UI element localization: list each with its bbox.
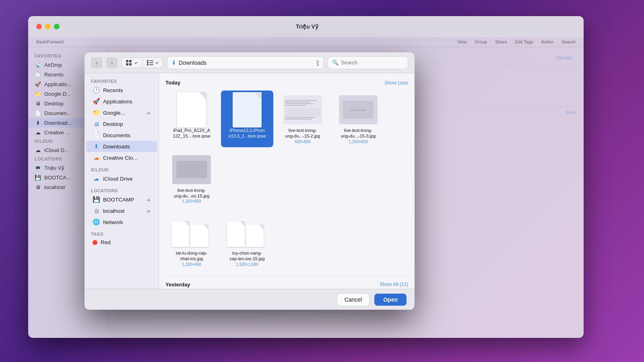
cancel-button[interactable]: Cancel <box>337 293 370 306</box>
location-folder-icon: ⬇ <box>171 60 176 66</box>
today-label: Today <box>165 80 180 86</box>
file-ipad-pro-ipsw[interactable]: iPad_Pro_A12X_A12Z_15....tore.ipsw <box>165 90 218 147</box>
sidebar-item-documents[interactable]: 📄 Documents <box>86 130 157 141</box>
tat-tu-dong-filename: tat-tu-dong-cap-nhat-ios.jpg <box>176 250 207 262</box>
bootcamp-eject-icon[interactable]: ⏏ <box>147 197 151 202</box>
search-bar[interactable]: 🔍 <box>328 56 408 69</box>
svg-rect-3 <box>129 63 132 66</box>
red-tag-label: Red <box>101 239 111 245</box>
sidebar-item-google-drive[interactable]: 📁 Google... ⏏ <box>86 107 157 118</box>
svg-rect-2 <box>126 63 128 66</box>
localhost-eject-icon[interactable]: ⏏ <box>147 208 151 214</box>
network-label: Network <box>103 219 123 225</box>
svg-rect-0 <box>126 60 128 62</box>
icloud-drive-icon: ☁ <box>93 175 100 182</box>
svg-rect-1 <box>129 60 132 62</box>
show-less-button[interactable]: Show Less <box>384 80 408 86</box>
files-grid-today-row2: tat-tu-dong-cap-nhat-ios.jpg 1,200×460 t… <box>165 213 408 270</box>
yesterday-section-header: Yesterday Show All (12) <box>165 276 408 288</box>
show-all-button[interactable]: Show All (12) <box>380 282 408 287</box>
creative-cloud-icon: ☁ <box>93 154 100 161</box>
svg-rect-8 <box>147 64 149 66</box>
file-iphone-ipsw[interactable]: iPhone13,2,iPhone13,3_1...tore.ipsw <box>221 90 273 147</box>
sidebar-item-creative-cloud[interactable]: ☁ Creative Clo... <box>86 152 157 163</box>
downloads-icon: ⬇ <box>93 143 100 150</box>
svg-rect-9 <box>149 64 153 65</box>
dialog-bottom: Cancel Open <box>85 289 415 310</box>
icon-view-button[interactable] <box>122 58 142 68</box>
dialog-overlay: ‹ › ⬇ Downloads <box>0 0 644 362</box>
localhost-label: localhost <box>103 208 124 214</box>
svg-rect-4 <box>147 60 149 62</box>
dialog-sidebar: Favorites 🕐 Recents 🚀 Applications 📁 Goo… <box>85 73 159 289</box>
open-button[interactable]: Open <box>374 294 407 306</box>
creative-cloud-label: Creative Clo... <box>103 155 138 161</box>
desktop-icon: 🖥 <box>93 120 100 128</box>
ipad-pro-filename: iPad_Pro_A12X_A12Z_15....tore.ipsw <box>173 128 211 139</box>
search-input[interactable] <box>341 60 404 66</box>
today-section-header: Today Show Less <box>165 80 408 86</box>
svg-rect-5 <box>149 60 153 61</box>
google-drive-icon: 📁 <box>93 109 100 116</box>
recents-icon: 🕐 <box>93 86 100 94</box>
back-button[interactable]: ‹ <box>91 57 102 68</box>
sidebar-item-network[interactable]: 🌐 Network <box>86 216 157 228</box>
live-text-2-dims: 600×859 <box>295 140 310 144</box>
live-text-os15-dims: 1,200×859 <box>182 199 201 204</box>
dialog-content: Today Show Less iPad_Pro_A12X_A12Z_15...… <box>159 73 415 289</box>
recents-label: Recents <box>103 87 123 93</box>
google-drive-label: Google... <box>103 110 125 116</box>
view-toggle <box>122 58 163 68</box>
forward-button[interactable]: › <box>106 57 118 68</box>
icloud-drive-label: iCloud Drive <box>103 176 133 182</box>
dialog-toolbar: ‹ › ⬇ Downloads <box>85 52 415 73</box>
sidebar-item-applications[interactable]: 🚀 Applications <box>86 96 157 107</box>
live-text-2-filename: live-text-trong-ung-du...-15-2.jpg <box>285 128 320 139</box>
svg-rect-7 <box>149 62 153 63</box>
files-grid-today: iPad_Pro_A12X_A12Z_15....tore.ipsw iPhon… <box>165 90 408 207</box>
sidebar-item-bootcamp[interactable]: 💾 BOOTCAMP ⏏ <box>86 194 157 205</box>
location-bar[interactable]: ⬇ Downloads <box>167 56 324 69</box>
tat-tu-dong-dims: 1,200×460 <box>182 262 201 267</box>
google-drive-eject-icon[interactable]: ⏏ <box>147 110 151 115</box>
bootcamp-label: BOOTCAMP <box>103 197 134 203</box>
sidebar-item-recents[interactable]: 🕐 Recents <box>86 84 157 96</box>
file-live-text-3[interactable]: screenshot live-text-trong-ung-du...-15-… <box>332 90 384 147</box>
applications-label: Applications <box>103 99 132 105</box>
sidebar-item-downloads[interactable]: ⬇ Downloads <box>86 141 157 152</box>
file-live-text-os15[interactable]: live-text-trong-ung-du...os-15.jpg 1,200… <box>165 150 218 207</box>
list-view-button[interactable] <box>142 58 163 68</box>
documents-icon: 📄 <box>93 132 100 139</box>
dialog-body: Favorites 🕐 Recents 🚀 Applications 📁 Goo… <box>85 73 415 289</box>
favorites-label: Favorites <box>85 76 159 84</box>
sidebar-item-red-tag[interactable]: Red <box>86 237 157 247</box>
downloads-label: Downloads <box>103 144 130 150</box>
live-text-3-dims: 1,200×859 <box>349 140 368 144</box>
sidebar-item-icloud-drive[interactable]: ☁ iCloud Drive <box>86 173 157 184</box>
red-tag-icon <box>93 240 97 245</box>
file-live-text-2[interactable]: live-text-trong-ung-du...-15-2.jpg 600×8… <box>277 90 329 147</box>
location-text: Downloads <box>179 60 312 66</box>
tuy-chon-dims: 1,920×1,080 <box>236 262 258 267</box>
location-chevrons-icon <box>314 60 319 66</box>
sidebar-item-localhost[interactable]: 🖥 localhost ⏏ <box>86 205 157 216</box>
applications-icon: 🚀 <box>93 98 100 105</box>
icloud-label: iCloud <box>85 165 159 173</box>
live-text-os15-filename: live-text-trong-ung-du...os-15.jpg <box>174 187 210 199</box>
yesterday-label: Yesterday <box>165 282 190 288</box>
locations-label: Locations <box>85 186 159 194</box>
sidebar-item-desktop[interactable]: 🖥 Desktop <box>86 118 157 130</box>
tuy-chon-filename: tuy-chon-nang-cap-len-ios-15.jpg <box>229 250 264 262</box>
desktop-label: Desktop <box>103 121 123 127</box>
live-text-3-filename: live-text-trong-ung-du...-15-3.jpg <box>341 128 376 139</box>
network-icon: 🌐 <box>93 218 100 226</box>
localhost-icon: 🖥 <box>93 207 100 214</box>
search-icon: 🔍 <box>332 60 339 66</box>
file-tat-tu-dong[interactable]: tat-tu-dong-cap-nhat-ios.jpg 1,200×460 <box>165 213 218 270</box>
bootcamp-icon: 💾 <box>93 196 100 203</box>
iphone-filename: iPhone13,2,iPhone13,3_1...tore.ipsw <box>229 128 266 139</box>
file-tuy-chon[interactable]: tuy-chon-nang-cap-len-ios-15.jpg 1,920×1… <box>221 213 273 270</box>
tags-label: Tags <box>85 229 159 237</box>
svg-rect-6 <box>147 62 149 64</box>
open-dialog: ‹ › ⬇ Downloads <box>85 52 415 310</box>
